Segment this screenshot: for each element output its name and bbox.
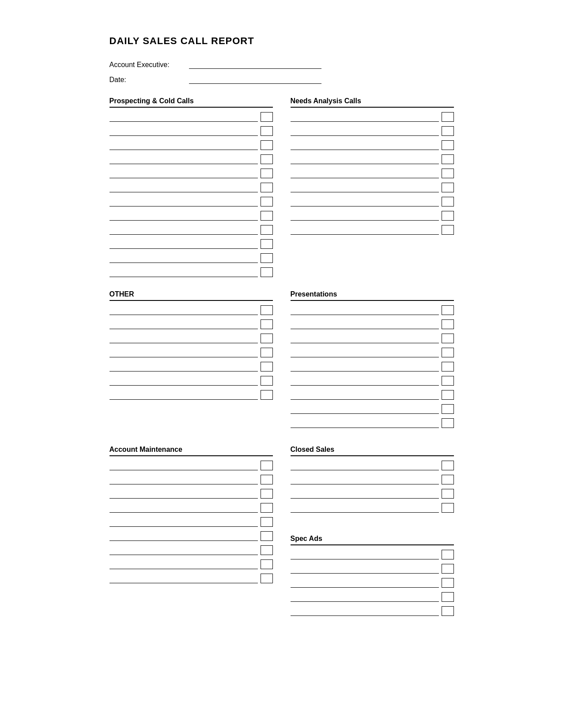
closed-sales-rows: [291, 461, 454, 513]
table-row: [110, 461, 273, 470]
presentations-section: Presentations: [291, 290, 454, 428]
table-row: [110, 475, 273, 484]
table-row: [291, 578, 454, 588]
account-maintenance-section: Account Maintenance: [110, 446, 273, 616]
table-row: [291, 197, 454, 206]
account-maintenance-title: Account Maintenance: [110, 446, 273, 456]
right-bottom-column: Closed Sales Spec Ads: [291, 446, 454, 629]
table-row: [291, 475, 454, 484]
table-row: [110, 574, 273, 583]
closed-sales-title: Closed Sales: [291, 446, 454, 456]
table-row: [110, 390, 273, 400]
needs-analysis-rows: [291, 112, 454, 235]
table-row: [110, 503, 273, 513]
table-row: [110, 169, 273, 178]
presentations-rows: [291, 305, 454, 428]
table-row: [291, 126, 454, 136]
date-label: Date:: [110, 76, 189, 84]
other-section: OTHER: [110, 290, 273, 428]
table-row: [291, 503, 454, 513]
date-field: Date:: [110, 75, 454, 84]
table-row: [110, 225, 273, 235]
page: DAILY SALES CALL REPORT Account Executiv…: [83, 0, 480, 664]
table-row: [110, 253, 273, 263]
main-sections: Prospecting & Cold Calls Needs Analysis …: [110, 97, 454, 441]
spec-ads-title: Spec Ads: [291, 535, 454, 545]
table-row: [291, 592, 454, 602]
table-row: [291, 550, 454, 559]
prospecting-section: Prospecting & Cold Calls: [110, 97, 273, 277]
date-input[interactable]: [189, 75, 321, 84]
table-row: [291, 319, 454, 329]
table-row: [110, 319, 273, 329]
table-row: [291, 564, 454, 574]
account-executive-label: Account Executive:: [110, 61, 189, 69]
needs-analysis-title: Needs Analysis Calls: [291, 97, 454, 108]
other-rows: [110, 305, 273, 400]
table-row: [291, 418, 454, 428]
table-row: [110, 545, 273, 555]
table-row: [110, 489, 273, 499]
table-row: [291, 183, 454, 192]
table-row: [110, 126, 273, 136]
prospecting-title: Prospecting & Cold Calls: [110, 97, 273, 108]
table-row: [110, 140, 273, 150]
table-row: [110, 376, 273, 386]
table-row: [110, 559, 273, 569]
table-row: [291, 376, 454, 386]
account-executive-input[interactable]: [189, 60, 321, 69]
table-row: [110, 183, 273, 192]
page-title: DAILY SALES CALL REPORT: [110, 35, 454, 47]
table-row: [110, 517, 273, 527]
spec-ads-section: Spec Ads: [291, 535, 454, 616]
header-fields: Account Executive: Date:: [110, 60, 454, 84]
table-row: [291, 606, 454, 616]
table-row: [291, 154, 454, 164]
presentations-title: Presentations: [291, 290, 454, 301]
table-row: [291, 489, 454, 499]
table-row: [110, 267, 273, 277]
table-row: [291, 334, 454, 343]
spec-ads-rows: [291, 550, 454, 616]
prospecting-rows: [110, 112, 273, 277]
table-row: [291, 390, 454, 400]
table-row: [110, 334, 273, 343]
table-row: [291, 211, 454, 221]
table-row: [110, 197, 273, 206]
table-row: [110, 531, 273, 541]
table-row: [110, 211, 273, 221]
table-row: [291, 362, 454, 372]
table-row: [291, 404, 454, 414]
table-row: [110, 362, 273, 372]
table-row: [291, 225, 454, 235]
table-row: [110, 154, 273, 164]
needs-analysis-section: Needs Analysis Calls: [291, 97, 454, 277]
table-row: [291, 461, 454, 470]
closed-sales-section: Closed Sales: [291, 446, 454, 513]
other-title: OTHER: [110, 290, 273, 301]
table-row: [291, 169, 454, 178]
table-row: [291, 112, 454, 122]
table-row: [110, 112, 273, 122]
table-row: [110, 305, 273, 315]
table-row: [110, 348, 273, 357]
bottom-sections: Account Maintenance Closed Sales: [110, 446, 454, 629]
account-executive-field: Account Executive:: [110, 60, 454, 69]
table-row: [291, 140, 454, 150]
table-row: [291, 305, 454, 315]
table-row: [110, 239, 273, 249]
table-row: [291, 348, 454, 357]
account-maintenance-rows: [110, 461, 273, 583]
